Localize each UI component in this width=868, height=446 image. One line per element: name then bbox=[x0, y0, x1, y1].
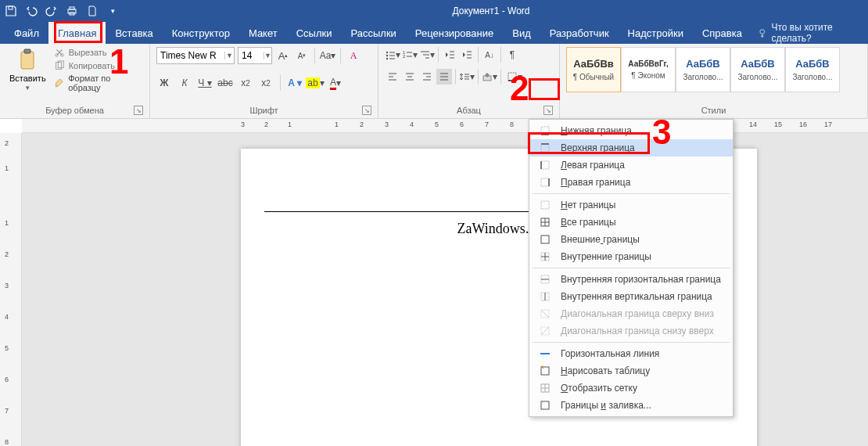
ribbon: Вставить ▼ Вырезать Копировать Формат по… bbox=[0, 44, 868, 119]
clipboard-dialog-launcher[interactable]: ↘ bbox=[134, 106, 143, 115]
new-doc-icon[interactable] bbox=[86, 5, 99, 17]
borders-menu-item[interactable]: Внутренние границы bbox=[529, 248, 733, 265]
increase-indent-icon[interactable] bbox=[459, 47, 475, 63]
show-marks-icon[interactable]: ¶ bbox=[504, 47, 520, 63]
subscript-icon[interactable]: x2 bbox=[238, 75, 253, 91]
borders-menu-item[interactable]: Внутренняя вертикальная граница bbox=[529, 288, 733, 305]
tab-конструктор[interactable]: Конструктор bbox=[163, 22, 239, 44]
svg-rect-54 bbox=[541, 161, 549, 169]
style-box[interactable]: АаБбВЗаголово... bbox=[785, 47, 840, 92]
svg-rect-62 bbox=[541, 236, 549, 243]
borders-menu-item[interactable]: Отобразить сетку bbox=[529, 379, 733, 397]
font-dialog-launcher[interactable]: ↘ bbox=[362, 106, 371, 115]
quick-print-icon[interactable] bbox=[66, 5, 78, 17]
svg-rect-50 bbox=[541, 127, 549, 135]
shading-icon[interactable]: ▾ bbox=[482, 69, 497, 85]
save-icon[interactable] bbox=[5, 5, 17, 17]
style-box[interactable]: АаБбВЗаголово... bbox=[730, 47, 785, 92]
undo-icon[interactable] bbox=[25, 5, 38, 17]
borders-menu-item[interactable]: Нижняя граница bbox=[529, 122, 733, 139]
group-font: ▼ ▼ A▴ A▾ Aa▾ A Ж К Ч ▾ abc x2 x2 A ▾ ab… bbox=[150, 44, 378, 118]
borders-menu-item[interactable]: Нет границы bbox=[529, 196, 733, 214]
tab-справка[interactable]: Справка bbox=[693, 22, 751, 44]
clear-formatting-icon[interactable]: A bbox=[346, 48, 361, 63]
vertical-ruler[interactable]: 2112345678 bbox=[0, 133, 22, 446]
tell-me-search[interactable]: Что вы хотите сделать? bbox=[751, 22, 863, 44]
borders-menu-item[interactable]: Верхняя граница bbox=[529, 139, 733, 156]
tab-вставка[interactable]: Вставка bbox=[106, 22, 162, 44]
tab-разработчик[interactable]: Разработчик bbox=[540, 22, 619, 44]
annotation-number-1: 1 bbox=[109, 42, 128, 81]
tab-файл[interactable]: Файл bbox=[5, 22, 48, 44]
svg-text:2: 2 bbox=[403, 54, 406, 59]
annotation-box-2 bbox=[529, 78, 560, 100]
bold-icon[interactable]: Ж bbox=[156, 75, 172, 91]
borders-menu-item[interactable]: Нарисовать таблицу bbox=[529, 362, 733, 379]
align-left-icon[interactable] bbox=[385, 69, 400, 85]
tab-рецензирование[interactable]: Рецензирование bbox=[406, 22, 503, 44]
tab-рассылки[interactable]: Рассылки bbox=[341, 22, 405, 44]
line-spacing-icon[interactable]: ▾ bbox=[459, 69, 475, 85]
group-styles: АаБбВв¶ ОбычныйАаБбВвГг,¶ ЭкономАаБбВЗаг… bbox=[560, 44, 868, 118]
tab-надстройки[interactable]: Надстройки bbox=[619, 22, 693, 44]
qat-customize-icon[interactable]: ▾ bbox=[106, 5, 119, 17]
paste-label: Вставить bbox=[9, 74, 46, 83]
borders-menu-item[interactable]: Горизонтальная линия bbox=[529, 345, 733, 362]
grow-font-icon[interactable]: A▴ bbox=[275, 48, 291, 63]
annotation-box-1 bbox=[54, 21, 102, 43]
borders-menu-item[interactable]: Все границы bbox=[529, 214, 733, 231]
font-name-combo[interactable]: ▼ bbox=[156, 47, 235, 64]
borders-menu-item[interactable]: Внешние границы bbox=[529, 231, 733, 248]
document-area[interactable]: ZaWindows.ru bbox=[22, 133, 868, 446]
strikethrough-icon[interactable]: abc bbox=[217, 75, 233, 91]
borders-menu-item[interactable]: Границы и заливка... bbox=[529, 397, 733, 414]
quick-access-toolbar: ▾ bbox=[5, 5, 119, 17]
style-box[interactable]: АаБбВв¶ Обычный bbox=[566, 47, 621, 92]
redo-icon[interactable] bbox=[45, 5, 58, 17]
shrink-font-icon[interactable]: A▾ bbox=[294, 48, 310, 63]
highlight-icon[interactable]: ab▾ bbox=[307, 75, 323, 91]
multilevel-list-icon[interactable]: ▾ bbox=[419, 47, 435, 63]
format-painter-button[interactable]: Формат по образцу bbox=[54, 74, 143, 92]
decrease-indent-icon[interactable] bbox=[442, 47, 457, 63]
svg-line-71 bbox=[541, 310, 549, 318]
svg-rect-2 bbox=[70, 7, 74, 9]
svg-point-15 bbox=[386, 55, 388, 56]
text-effects-icon[interactable]: A ▾ bbox=[287, 75, 303, 91]
svg-rect-52 bbox=[541, 144, 549, 152]
title-bar: ▾ Документ1 - Word bbox=[0, 0, 868, 22]
tab-ссылки[interactable]: Ссылки bbox=[287, 22, 342, 44]
style-box[interactable]: АаБбВвГг,¶ Эконом bbox=[621, 47, 676, 92]
borders-menu-item[interactable]: Внутренняя горизонтальная граница bbox=[529, 271, 733, 288]
borders-menu-item: Диагональная граница снизу вверх bbox=[529, 322, 733, 340]
font-size-combo[interactable]: ▼ bbox=[238, 47, 272, 64]
svg-point-4 bbox=[760, 30, 765, 34]
align-right-icon[interactable] bbox=[419, 69, 435, 85]
copy-button[interactable]: Копировать bbox=[54, 60, 143, 71]
sort-icon[interactable]: A↓ bbox=[482, 47, 497, 63]
borders-menu-item[interactable]: Правая граница bbox=[529, 174, 733, 191]
superscript-icon[interactable]: x2 bbox=[258, 75, 274, 91]
italic-icon[interactable]: К bbox=[177, 75, 192, 91]
underline-icon[interactable]: Ч ▾ bbox=[197, 75, 213, 91]
svg-rect-56 bbox=[541, 178, 549, 186]
change-case-icon[interactable]: Aa▾ bbox=[320, 48, 335, 63]
tab-вид[interactable]: Вид bbox=[503, 22, 540, 44]
align-center-icon[interactable] bbox=[402, 69, 418, 85]
annotation-number-3: 3 bbox=[652, 113, 671, 152]
paste-button[interactable]: Вставить ▼ bbox=[6, 47, 49, 92]
svg-rect-0 bbox=[9, 6, 13, 9]
borders-menu-item[interactable]: Левая граница bbox=[529, 156, 733, 174]
paragraph-dialog-launcher[interactable]: ↘ bbox=[543, 106, 553, 115]
chevron-down-icon: ▼ bbox=[24, 85, 30, 92]
numbering-icon[interactable]: 12▾ bbox=[402, 47, 418, 63]
svg-rect-8 bbox=[24, 49, 30, 53]
bullets-icon[interactable]: ▾ bbox=[385, 47, 400, 63]
cut-button[interactable]: Вырезать bbox=[54, 47, 143, 58]
document-title: Документ1 - Word bbox=[119, 5, 863, 16]
align-justify-icon[interactable] bbox=[436, 69, 452, 85]
style-box[interactable]: АаБбВЗаголово... bbox=[676, 47, 730, 92]
horizontal-ruler[interactable]: 3211234567814151617 bbox=[22, 119, 868, 133]
font-color-icon[interactable]: A ▾ bbox=[328, 75, 343, 91]
tab-макет[interactable]: Макет bbox=[239, 22, 287, 44]
